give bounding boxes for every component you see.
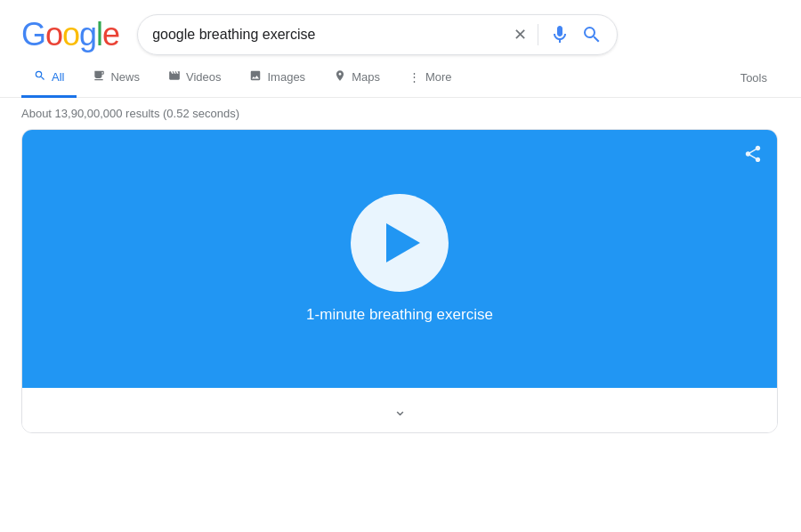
videos-tab-icon: [168, 69, 181, 85]
tab-maps-label: Maps: [352, 70, 380, 84]
tools-button[interactable]: Tools: [728, 60, 780, 95]
tab-all-label: All: [52, 70, 64, 84]
logo-letter-g: G: [21, 16, 45, 52]
tab-all[interactable]: All: [21, 59, 77, 98]
video-title: 1-minute breathing exercise: [306, 306, 493, 324]
tab-videos-label: Videos: [186, 70, 222, 84]
logo-letter-o2: o: [62, 16, 79, 52]
tab-images[interactable]: Images: [237, 59, 318, 98]
tab-news[interactable]: News: [80, 59, 152, 98]
breathing-video-area[interactable]: 1-minute breathing exercise: [22, 130, 777, 388]
card-expand-footer[interactable]: ⌄: [22, 388, 777, 432]
images-tab-icon: [249, 69, 262, 85]
more-tab-icon: ⋮: [409, 70, 420, 84]
search-actions: ✕: [514, 24, 603, 45]
search-submit-icon[interactable]: [581, 24, 603, 45]
tab-images-label: Images: [267, 70, 305, 84]
news-tab-icon: [93, 69, 105, 85]
tab-maps[interactable]: Maps: [321, 59, 392, 98]
all-tab-icon: [34, 69, 46, 85]
tab-news-label: News: [110, 70, 140, 84]
logo-letter-e: e: [102, 16, 119, 52]
logo-letter-o1: o: [45, 16, 62, 52]
breathing-exercise-card: 1-minute breathing exercise ⌄: [21, 129, 778, 433]
navigation-tabs: All News Videos Images Maps ⋮ More Tools: [0, 59, 801, 98]
play-triangle-icon: [386, 223, 420, 262]
search-input[interactable]: [152, 27, 505, 43]
tab-more-label: More: [425, 70, 452, 84]
main-content: 1-minute breathing exercise ⌄: [0, 129, 801, 433]
play-button[interactable]: [351, 194, 449, 292]
chevron-down-icon: ⌄: [393, 400, 407, 420]
clear-icon[interactable]: ✕: [514, 25, 527, 44]
search-bar: ✕: [137, 14, 618, 55]
microphone-icon[interactable]: [549, 24, 570, 45]
maps-tab-icon: [334, 69, 346, 85]
results-count: About 13,90,00,000 results (0.52 seconds…: [0, 98, 801, 129]
tab-more[interactable]: ⋮ More: [396, 60, 465, 97]
tab-videos[interactable]: Videos: [156, 59, 234, 98]
google-logo[interactable]: Google: [21, 16, 119, 53]
logo-letter-g2: g: [79, 16, 96, 52]
share-button[interactable]: [743, 144, 763, 167]
vertical-divider: [538, 24, 538, 45]
header: Google ✕: [0, 0, 801, 55]
